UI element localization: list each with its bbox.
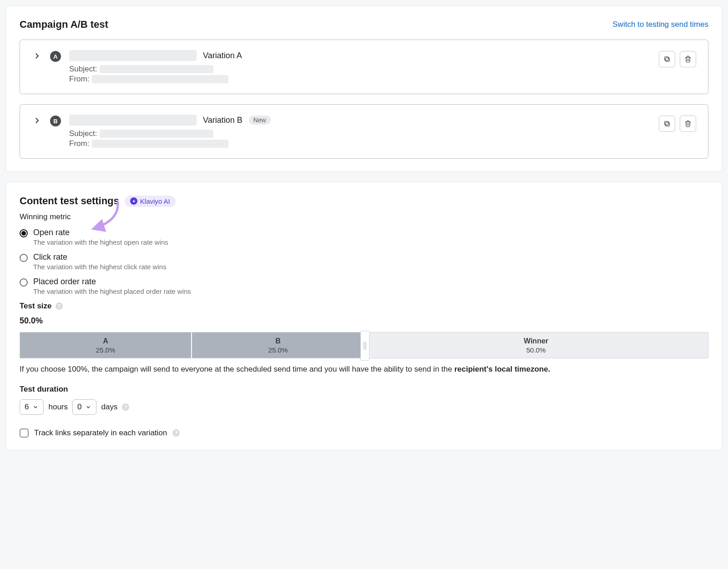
segment-a-label: A <box>103 337 108 345</box>
variation-b-from-label: From: <box>69 139 89 148</box>
help-icon[interactable]: ? <box>56 302 63 310</box>
metric-placed-order-desc: The variation with the highest placed or… <box>33 287 191 295</box>
variation-b-from-redacted <box>92 140 228 148</box>
duplicate-variation-b-button[interactable] <box>659 116 675 132</box>
help-icon[interactable]: ? <box>172 429 180 437</box>
test-size-hint: If you choose 100%, the campaign will se… <box>20 365 708 374</box>
variation-a-name: Variation A <box>203 51 242 60</box>
help-icon[interactable]: ? <box>122 403 129 411</box>
delete-variation-b-button[interactable] <box>680 116 696 132</box>
variation-b-name-redacted <box>69 115 197 126</box>
sparkle-icon: ✦ <box>130 197 137 205</box>
test-duration-label: Test duration <box>20 385 68 394</box>
copy-icon <box>663 120 671 128</box>
test-duration-row: 6 hours 0 days ? <box>20 399 708 415</box>
radio-icon <box>20 278 28 287</box>
metric-open-rate[interactable]: Open rate The variation with the highest… <box>20 228 708 246</box>
expand-variation-a[interactable] <box>32 51 42 61</box>
variation-b-subject-label: Subject: <box>69 129 97 138</box>
variation-badge-b: B <box>50 116 61 126</box>
chevron-right-icon <box>33 116 41 125</box>
variation-b-subject-redacted <box>100 130 213 138</box>
ab-test-header: Campaign A/B test Switch to testing send… <box>20 19 708 30</box>
days-value: 0 <box>77 403 81 412</box>
settings-header: Content test settings ✦ Klaviyo AI <box>20 195 708 207</box>
variation-a-name-redacted <box>69 50 197 61</box>
segment-winner-label: Winner <box>524 337 548 345</box>
variation-a-from-label: From: <box>69 75 89 84</box>
days-unit: days <box>101 403 117 412</box>
variation-card-a: A Variation A Subject: From: <box>20 40 708 94</box>
metric-click-rate-desc: The variation with the highest click rat… <box>33 263 167 271</box>
winning-metric-radio-group: Open rate The variation with the highest… <box>20 228 708 295</box>
hint-pre: If you choose 100%, the campaign will se… <box>20 365 454 373</box>
variation-body-b: Variation B New Subject: From: <box>69 115 651 148</box>
variation-b-name: Variation B <box>203 116 243 125</box>
variation-a-subject-label: Subject: <box>69 65 97 74</box>
test-size-slider[interactable]: A 25.0% B 25.0% Winner 50.0% <box>20 332 708 358</box>
segment-a-pct: 25.0% <box>96 346 116 354</box>
days-select[interactable]: 0 <box>72 399 96 415</box>
svg-rect-0 <box>666 58 669 61</box>
segment-winner: Winner 50.0% <box>364 332 708 358</box>
trash-icon <box>684 55 692 63</box>
duplicate-variation-a-button[interactable] <box>659 51 675 67</box>
radio-icon <box>20 229 28 237</box>
trash-icon <box>684 120 692 128</box>
svg-rect-1 <box>665 57 668 60</box>
metric-placed-order-label: Placed order rate <box>33 277 191 287</box>
hours-value: 6 <box>25 403 29 412</box>
ai-badge-text: Klaviyo AI <box>140 197 170 205</box>
winning-metric-label: Winning metric <box>20 212 708 222</box>
segment-b-pct: 25.0% <box>268 346 288 354</box>
variation-body-a: Variation A Subject: From: <box>69 50 651 84</box>
radio-icon <box>20 254 28 262</box>
expand-variation-b[interactable] <box>32 116 42 126</box>
metric-open-rate-label: Open rate <box>33 228 168 237</box>
track-links-row[interactable]: Track links separately in each variation… <box>20 428 708 438</box>
content-test-settings-panel: Content test settings ✦ Klaviyo AI Winni… <box>5 182 723 451</box>
delete-variation-a-button[interactable] <box>680 51 696 67</box>
svg-rect-4 <box>666 122 669 126</box>
metric-click-rate-label: Click rate <box>33 252 167 262</box>
klaviyo-ai-badge[interactable]: ✦ Klaviyo AI <box>125 196 176 207</box>
variation-a-subject-redacted <box>100 65 213 73</box>
test-size-percent: 50.0% <box>20 316 708 326</box>
metric-click-rate[interactable]: Click rate The variation with the highes… <box>20 252 708 271</box>
settings-title: Content test settings <box>20 195 119 207</box>
segment-b-label: B <box>275 337 281 345</box>
switch-send-times-link[interactable]: Switch to testing send times <box>612 20 708 29</box>
metric-placed-order-rate[interactable]: Placed order rate The variation with the… <box>20 277 708 295</box>
hours-unit: hours <box>48 403 68 412</box>
variation-card-b: B Variation B New Subject: From: <box>20 104 708 159</box>
chevron-right-icon <box>33 52 41 60</box>
test-size-label: Test size <box>20 302 52 311</box>
copy-icon <box>663 55 671 63</box>
hours-select[interactable]: 6 <box>20 399 44 415</box>
slider-handle[interactable] <box>360 331 369 361</box>
track-links-checkbox[interactable] <box>20 428 29 438</box>
hint-bold: recipient's local timezone. <box>454 365 550 373</box>
track-links-label: Track links separately in each variation <box>34 428 167 438</box>
segment-a: A 25.0% <box>20 332 192 358</box>
new-badge: New <box>249 116 271 125</box>
svg-rect-5 <box>665 121 668 125</box>
ab-test-panel: Campaign A/B test Switch to testing send… <box>5 5 723 172</box>
variation-a-from-redacted <box>92 75 228 83</box>
metric-open-rate-desc: The variation with the highest open rate… <box>33 238 168 246</box>
segment-winner-pct: 50.0% <box>526 346 546 354</box>
chevron-down-icon <box>32 404 39 410</box>
variation-badge-a: A <box>50 51 61 62</box>
ab-test-title: Campaign A/B test <box>20 19 108 30</box>
chevron-down-icon <box>85 404 91 410</box>
segment-b: B 25.0% <box>192 332 364 358</box>
